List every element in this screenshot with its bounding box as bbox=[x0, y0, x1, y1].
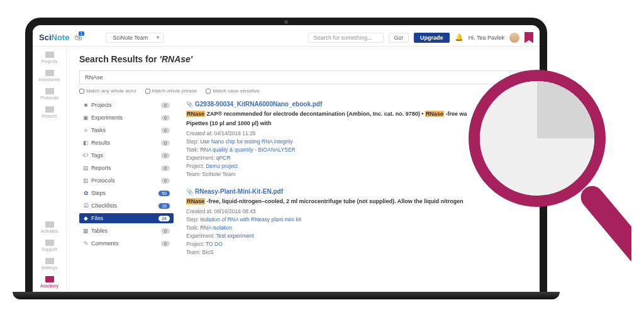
bookmark-icon[interactable] bbox=[525, 32, 533, 43]
meta-step: Step: Isolation of RNA with RNeasy plant… bbox=[186, 216, 527, 224]
chk-whole-phrase[interactable]: Match whole phrase bbox=[145, 88, 197, 94]
search-result: 📎RNeasy-Plant-Mini-Kit-EN.pdfRNase -free… bbox=[186, 187, 527, 257]
meta-experiment: Experiment: Test experiment bbox=[186, 233, 527, 240]
result-snippet-line2: Pipettes (10 µl and 1000 µl) with bbox=[186, 119, 527, 128]
facet-count: 0 bbox=[161, 165, 170, 171]
facet-label: Projects bbox=[91, 102, 112, 108]
facet-steps[interactable]: ✿Steps59 bbox=[79, 188, 174, 198]
avatar[interactable] bbox=[509, 33, 519, 43]
doc-icon bbox=[45, 88, 54, 94]
meta-task: Task: RNA quality & quantity - BIOANALYS… bbox=[186, 147, 527, 154]
facet-tags[interactable]: 🏷Tags0 bbox=[79, 150, 174, 160]
meta-experiment: Experiment: qPCR bbox=[186, 155, 527, 162]
facet-count: 59 bbox=[158, 191, 170, 196]
attachment-icon: 📎 bbox=[186, 101, 193, 108]
search-button[interactable]: 🔍 bbox=[509, 70, 527, 84]
facet-reports[interactable]: ▤Reports0 bbox=[79, 163, 174, 173]
facet-icon: ≡ bbox=[83, 127, 89, 133]
meta-team: Team: BioS bbox=[186, 249, 527, 257]
facet-label: Results bbox=[91, 140, 110, 146]
rail-academy[interactable]: Academy bbox=[40, 276, 58, 288]
facet-icon: 🏷 bbox=[83, 152, 89, 158]
page-title: Search Results for 'RNAse' bbox=[79, 54, 527, 64]
folder-icon bbox=[45, 52, 54, 58]
laptop-frame: SciNote 🛍1 SciNote Team Search for somet… bbox=[25, 18, 547, 294]
facet-icon: ▣ bbox=[83, 114, 89, 121]
facet-count: 24 bbox=[158, 216, 170, 221]
rail-inventories[interactable]: Inventories bbox=[38, 70, 60, 82]
facet-icon: ▤ bbox=[83, 165, 89, 171]
facet-label: Checklists bbox=[91, 203, 117, 209]
facet-protocols[interactable]: ▥Protocols0 bbox=[79, 175, 174, 186]
facet-icon: ▥ bbox=[83, 177, 89, 184]
notif-badge: 1 bbox=[79, 31, 85, 36]
meta-task: Task: RNA isolation bbox=[186, 225, 527, 232]
facet-icon: ▦ bbox=[83, 228, 89, 234]
academy-icon bbox=[45, 276, 54, 282]
result-snippet: RNase ZAP® recommended for electrode dec… bbox=[186, 110, 527, 118]
facet-checklists[interactable]: ☑Checklists16 bbox=[79, 201, 174, 211]
report-icon bbox=[45, 106, 54, 113]
greeting-text: Hi, Tea Pavlek bbox=[469, 35, 504, 41]
activity-icon bbox=[45, 221, 54, 228]
laptop-bezel: SciNote 🛍1 SciNote Team Search for somet… bbox=[25, 18, 547, 294]
facet-label: Protocols bbox=[91, 177, 115, 184]
search-options: Match any whole word Match whole phrase … bbox=[79, 88, 527, 94]
meta-team: Team: SciNote Team bbox=[186, 171, 527, 179]
facet-label: Comments bbox=[91, 240, 119, 247]
global-search-input[interactable]: Search for something... bbox=[308, 33, 384, 43]
laptop-base bbox=[13, 292, 560, 299]
facet-label: Tasks bbox=[91, 127, 106, 133]
rail-settings[interactable]: Settings bbox=[40, 258, 58, 270]
chk-case-sensitive[interactable]: Match case sensitive bbox=[206, 88, 259, 94]
upgrade-button[interactable]: Upgrade bbox=[414, 33, 450, 43]
facet-comments[interactable]: ✎Comments0 bbox=[79, 238, 174, 248]
meta-step: Step: Use Nano chip for testing RNA inte… bbox=[186, 138, 527, 146]
search-result: 📎G2938-90034_KitRNA6000Nano_ebook.pdfRNa… bbox=[186, 100, 527, 179]
rail-support[interactable]: Support bbox=[40, 240, 58, 252]
chk-whole-word[interactable]: Match any whole word bbox=[79, 88, 136, 94]
facet-label: Tables bbox=[91, 228, 108, 234]
left-rail: Projects Inventories Protocols Reports A… bbox=[33, 47, 67, 294]
facet-experiments[interactable]: ▣Experiments0 bbox=[79, 113, 174, 123]
gear-icon bbox=[45, 258, 54, 264]
facet-tasks[interactable]: ≡Tasks0 bbox=[79, 125, 174, 135]
camera-dot bbox=[284, 20, 288, 24]
team-selector[interactable]: SciNote Team bbox=[106, 33, 164, 43]
go-button[interactable]: Go! bbox=[389, 33, 409, 43]
facet-count: 0 bbox=[161, 128, 170, 133]
result-meta: Created at: 04/14/2016 11:25Step: Use Na… bbox=[186, 130, 527, 178]
facet-tables[interactable]: ▦Tables0 bbox=[79, 226, 174, 236]
facet-count: 0 bbox=[161, 103, 170, 108]
facet-results[interactable]: ◧Results0 bbox=[79, 138, 174, 148]
facet-projects[interactable]: ■Projects0 bbox=[79, 100, 174, 110]
facet-icon: ✎ bbox=[83, 240, 89, 247]
result-title[interactable]: 📎G2938-90034_KitRNA6000Nano_ebook.pdf bbox=[186, 100, 527, 109]
meta-created: Created at: 08/16/2016 08:43 bbox=[186, 208, 527, 216]
meta-project: Project: Demo project bbox=[186, 163, 527, 170]
app-screen: SciNote 🛍1 SciNote Team Search for somet… bbox=[33, 29, 540, 294]
result-snippet: RNase -free, liquid-nitrogen–cooled, 2 m… bbox=[186, 197, 527, 206]
facet-label: Files bbox=[91, 215, 103, 221]
notif-icon[interactable]: 🛍1 bbox=[74, 33, 82, 42]
facet-count: 16 bbox=[158, 203, 170, 209]
facet-files[interactable]: ◆Files24 bbox=[79, 213, 174, 223]
rail-reports[interactable]: Reports bbox=[38, 106, 60, 118]
attachment-icon: 📎 bbox=[186, 189, 193, 195]
svg-rect-2 bbox=[576, 181, 631, 268]
facet-count: 0 bbox=[161, 178, 170, 184]
facet-icon: ☑ bbox=[83, 203, 89, 209]
result-title[interactable]: 📎RNeasy-Plant-Mini-Kit-EN.pdf bbox=[186, 187, 527, 196]
meta-project: Project: TO DO bbox=[186, 241, 527, 248]
facet-label: Tags bbox=[91, 152, 103, 158]
search-box: 🔍 bbox=[79, 70, 527, 84]
facet-label: Experiments bbox=[91, 114, 123, 121]
facet-icon: ✿ bbox=[83, 190, 89, 196]
search-input[interactable] bbox=[79, 70, 509, 84]
bell-icon[interactable]: 🔔 bbox=[455, 33, 464, 42]
meta-created: Created at: 04/14/2016 11:25 bbox=[186, 130, 527, 138]
rail-activities[interactable]: Activities bbox=[40, 221, 58, 233]
facet-icon: ◆ bbox=[83, 215, 89, 221]
rail-projects[interactable]: Projects bbox=[38, 52, 60, 64]
rail-protocols[interactable]: Protocols bbox=[38, 88, 60, 100]
